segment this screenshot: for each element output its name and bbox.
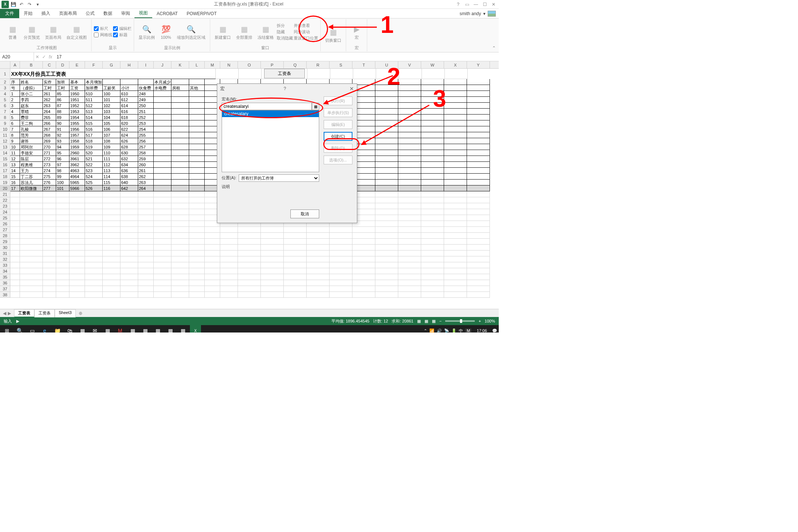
cell[interactable]: [444, 91, 467, 97]
cell[interactable]: [284, 250, 307, 256]
cell[interactable]: 97: [56, 162, 69, 168]
cell[interactable]: [138, 221, 154, 227]
cell[interactable]: 626: [120, 138, 138, 144]
cell[interactable]: 7: [10, 126, 20, 132]
cell[interactable]: [467, 144, 490, 150]
cell[interactable]: [43, 268, 56, 274]
tray-up-icon[interactable]: ⌃: [424, 328, 427, 333]
cell[interactable]: [10, 292, 20, 298]
cell[interactable]: [375, 91, 398, 97]
cell[interactable]: [467, 239, 490, 245]
col-header-Y[interactable]: Y: [467, 61, 490, 68]
col-header-E[interactable]: E: [69, 61, 85, 68]
cell[interactable]: 1953: [69, 109, 85, 115]
cell[interactable]: [261, 245, 284, 250]
cell[interactable]: [154, 138, 171, 144]
cell[interactable]: [375, 85, 398, 91]
cell[interactable]: [69, 191, 85, 197]
macro-record-icon[interactable]: ▶: [16, 319, 19, 324]
cell[interactable]: [421, 138, 444, 144]
cell[interactable]: [467, 274, 490, 280]
cell[interactable]: [103, 286, 120, 292]
row-header[interactable]: 7: [0, 109, 10, 115]
dialog-help-icon[interactable]: ?: [284, 86, 286, 91]
cell[interactable]: [375, 97, 398, 103]
tray-m-icon[interactable]: M: [465, 328, 471, 332]
cell[interactable]: [138, 292, 154, 298]
cell[interactable]: [398, 185, 421, 191]
cell[interactable]: 14: [10, 168, 20, 174]
cell[interactable]: 13: [10, 162, 20, 168]
cell[interactable]: 李四: [20, 97, 43, 103]
cell[interactable]: [261, 286, 284, 292]
cell[interactable]: [171, 286, 189, 292]
cell[interactable]: [467, 126, 490, 132]
cell[interactable]: [467, 109, 490, 115]
cell[interactable]: [56, 239, 69, 245]
cell[interactable]: [69, 274, 85, 280]
cell[interactable]: [103, 245, 120, 250]
cell[interactable]: [154, 144, 171, 150]
cell[interactable]: 4: [10, 109, 20, 115]
cell[interactable]: [205, 262, 220, 268]
cell[interactable]: [238, 250, 261, 256]
cell[interactable]: [421, 245, 444, 250]
cell[interactable]: [261, 268, 284, 274]
cell[interactable]: [398, 85, 421, 91]
cell[interactable]: [138, 280, 154, 286]
cell[interactable]: 274: [43, 168, 56, 174]
cell[interactable]: 93: [56, 138, 69, 144]
cell[interactable]: 4964: [69, 174, 85, 180]
cell[interactable]: 115: [103, 180, 120, 185]
cell[interactable]: [56, 274, 69, 280]
cell[interactable]: [307, 233, 330, 239]
cell[interactable]: [352, 292, 375, 298]
cell[interactable]: [421, 262, 444, 268]
cell[interactable]: 273: [43, 162, 56, 168]
cell[interactable]: [330, 245, 352, 250]
cell[interactable]: [421, 286, 444, 292]
cell[interactable]: 642: [120, 185, 138, 191]
cell[interactable]: [20, 203, 43, 209]
cell[interactable]: [398, 221, 421, 227]
col-header-G[interactable]: G: [103, 61, 120, 68]
formula-input[interactable]: 17: [54, 54, 499, 59]
cell[interactable]: 100: [56, 180, 69, 185]
cell[interactable]: [375, 191, 398, 197]
cell[interactable]: [189, 97, 205, 103]
col-header-R[interactable]: R: [307, 61, 330, 68]
cell[interactable]: [189, 286, 205, 292]
cell[interactable]: [375, 115, 398, 120]
cell[interactable]: 111: [103, 156, 120, 162]
row-header[interactable]: 30: [0, 245, 10, 250]
col-header-M[interactable]: M: [205, 61, 220, 68]
ribbon-options-icon[interactable]: ▭: [463, 2, 471, 7]
cell[interactable]: [10, 215, 20, 221]
app8-icon[interactable]: ▦: [177, 325, 188, 332]
zoom-in-icon[interactable]: +: [478, 319, 481, 323]
cell[interactable]: [189, 91, 205, 97]
new-window-button[interactable]: ▦新建窗口: [212, 23, 233, 41]
cell[interactable]: [103, 233, 120, 239]
cell[interactable]: 基本: [69, 79, 85, 85]
cell[interactable]: [85, 227, 103, 233]
cell[interactable]: [85, 256, 103, 262]
cell[interactable]: [69, 227, 85, 233]
cell[interactable]: [171, 209, 189, 215]
cell[interactable]: 工时: [43, 85, 56, 91]
cell[interactable]: [103, 280, 120, 286]
cell[interactable]: [444, 109, 467, 115]
cell[interactable]: 104: [103, 115, 120, 120]
cell[interactable]: [205, 256, 220, 262]
row-header[interactable]: 27: [0, 227, 10, 233]
cell[interactable]: [220, 245, 238, 250]
cell[interactable]: 264: [138, 185, 154, 191]
tab-公式[interactable]: 公式: [81, 9, 99, 18]
cell[interactable]: [467, 245, 490, 250]
cell[interactable]: 2: [10, 97, 20, 103]
cell[interactable]: 253: [138, 120, 154, 126]
cell[interactable]: [56, 191, 69, 197]
cell[interactable]: [220, 250, 238, 256]
cell[interactable]: [85, 292, 103, 298]
custom-views-button[interactable]: ▦自定义视图: [64, 23, 89, 41]
